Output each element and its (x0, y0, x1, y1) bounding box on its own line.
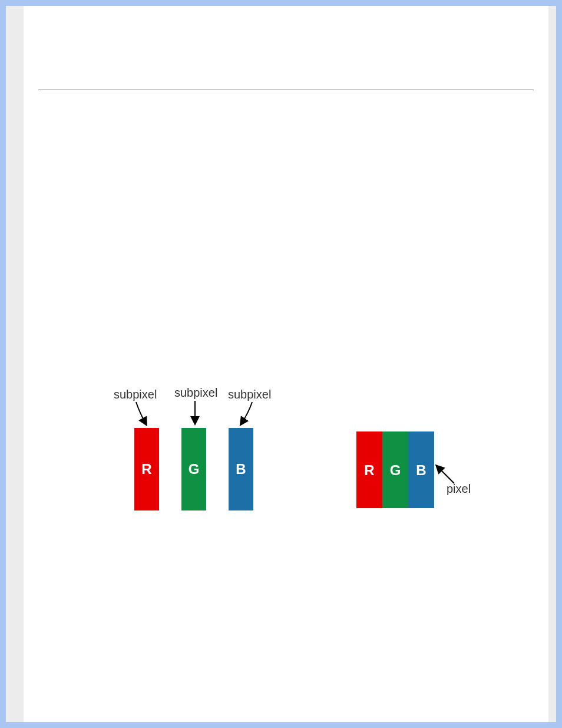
pixel-blue-letter: B (408, 462, 434, 479)
arrow-icon (133, 402, 156, 428)
subpixel-label-2: subpixel (174, 386, 217, 400)
pixel-green-letter: G (382, 462, 408, 479)
arrow-icon (434, 463, 458, 487)
arrow-icon (189, 401, 201, 427)
pixel-green-bar: G (382, 431, 408, 508)
arrow-icon (236, 402, 259, 428)
subpixel-red-letter: R (134, 461, 159, 477)
subpixel-label-1: subpixel (114, 388, 157, 401)
subpixel-label-3: subpixel (228, 388, 271, 401)
window-margin: R G B subpixel subpixel subpixel (6, 6, 556, 722)
subpixel-blue-letter: B (229, 461, 253, 477)
subpixel-green-bar: G (181, 428, 206, 510)
subpixel-green-letter: G (181, 461, 206, 477)
rgb-pixel-diagram: R G B subpixel subpixel subpixel (24, 6, 548, 722)
pixel-red-bar: R (356, 431, 382, 508)
subpixel-red-bar: R (134, 428, 159, 510)
document-page: R G B subpixel subpixel subpixel (24, 6, 548, 722)
subpixel-blue-bar: B (229, 428, 253, 510)
pixel-red-letter: R (356, 462, 382, 479)
pixel-blue-bar: B (408, 431, 434, 508)
